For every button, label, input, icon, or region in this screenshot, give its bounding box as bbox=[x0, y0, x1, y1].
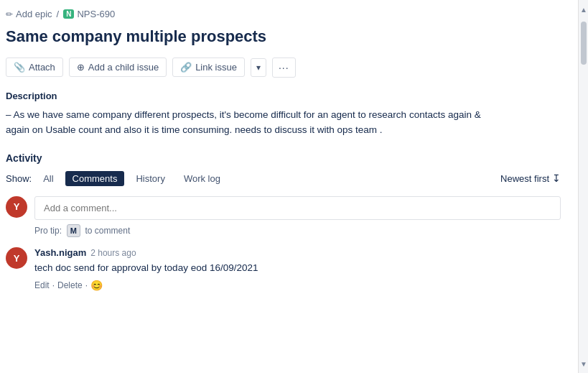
description-section: Description – As we have same company di… bbox=[6, 91, 561, 138]
activity-section: Activity Show: All Comments History Work… bbox=[6, 152, 561, 291]
pro-tip: Pro tip: M to comment bbox=[34, 224, 561, 238]
activity-header: Activity bbox=[6, 152, 561, 164]
comment-meta: Yash.nigam 2 hours ago bbox=[34, 247, 561, 258]
description-label: Description bbox=[6, 91, 561, 101]
link-icon: 🔗 bbox=[180, 62, 192, 73]
filter-worklog-button[interactable]: Work log bbox=[177, 171, 228, 186]
comment-author-avatar: Y bbox=[6, 247, 27, 269]
link-issue-label: Link issue bbox=[195, 62, 237, 73]
add-child-label: Add a child issue bbox=[88, 62, 159, 73]
comment-emoji-button[interactable]: 😊 bbox=[90, 280, 103, 291]
comment-content: Yash.nigam 2 hours ago tech doc send for… bbox=[34, 247, 561, 290]
sort-label: Newest first bbox=[500, 173, 549, 184]
scrollbar: ▲ ▼ bbox=[578, 0, 588, 373]
toolbar-more-button[interactable]: ··· bbox=[272, 57, 296, 78]
attach-label: Attach bbox=[29, 62, 55, 73]
breadcrumb-separator: / bbox=[57, 9, 60, 19]
scroll-up-arrow[interactable]: ▲ bbox=[579, 4, 588, 14]
main-content: ✏ Add epic / N NPS-690 Same company mult… bbox=[0, 0, 578, 373]
issue-badge: N bbox=[63, 9, 74, 19]
add-epic-label: Add epic bbox=[16, 9, 52, 19]
current-user-avatar: Y bbox=[6, 196, 27, 218]
scrollbar-thumb[interactable] bbox=[581, 22, 587, 65]
comment-body: tech doc send for approval by today eod … bbox=[34, 261, 561, 275]
filter-comments-button[interactable]: Comments bbox=[65, 171, 125, 186]
comment-actions: Edit · Delete · 😊 bbox=[34, 280, 561, 291]
add-epic-link[interactable]: ✏ Add epic bbox=[6, 9, 52, 19]
pro-tip-after: to comment bbox=[85, 226, 131, 236]
pro-tip-before: Pro tip: bbox=[34, 226, 62, 236]
newest-first-sort[interactable]: Newest first ↧ bbox=[500, 172, 561, 184]
link-issue-button[interactable]: 🔗 Link issue bbox=[172, 57, 245, 77]
add-child-issue-button[interactable]: ⊕ Add a child issue bbox=[69, 57, 167, 77]
activity-controls: Show: All Comments History Work log Newe… bbox=[6, 171, 561, 186]
comment-edit-button[interactable]: Edit bbox=[34, 280, 50, 290]
comment-dot-1: · bbox=[52, 280, 55, 290]
show-label: Show: bbox=[6, 173, 32, 184]
description-text: – As we have same company different pros… bbox=[6, 107, 561, 138]
attach-icon: 📎 bbox=[14, 62, 25, 73]
comment-input[interactable] bbox=[34, 196, 561, 220]
issue-id-label: NPS-690 bbox=[77, 9, 115, 19]
filter-history-button[interactable]: History bbox=[129, 171, 172, 186]
comment-delete-button[interactable]: Delete bbox=[57, 280, 83, 290]
breadcrumb: ✏ Add epic / N NPS-690 bbox=[6, 9, 561, 19]
attach-button[interactable]: 📎 Attach bbox=[6, 57, 63, 77]
scroll-down-arrow[interactable]: ▼ bbox=[579, 359, 588, 369]
comment-input-row: Y bbox=[6, 196, 561, 220]
child-issue-icon: ⊕ bbox=[77, 62, 85, 73]
comment-dot-2: · bbox=[85, 280, 88, 290]
toolbar: 📎 Attach ⊕ Add a child issue 🔗 Link issu… bbox=[6, 57, 561, 78]
toolbar-dropdown-button[interactable]: ▾ bbox=[251, 58, 266, 77]
comment-time: 2 hours ago bbox=[90, 248, 136, 258]
filter-all-button[interactable]: All bbox=[36, 171, 60, 186]
sort-icon: ↧ bbox=[552, 172, 561, 184]
comment-author-name: Yash.nigam bbox=[34, 247, 86, 258]
comment-entry: Y Yash.nigam 2 hours ago tech doc send f… bbox=[6, 247, 561, 290]
description-line1: – As we have same company different pros… bbox=[6, 107, 561, 123]
pro-tip-key: M bbox=[67, 224, 80, 238]
page-title: Same company multiple prospects bbox=[6, 27, 561, 47]
breadcrumb-issue-link[interactable]: N NPS-690 bbox=[63, 9, 115, 19]
show-filters: Show: All Comments History Work log bbox=[6, 171, 228, 186]
description-line2: again on Usable count and also it is tim… bbox=[6, 122, 561, 138]
pencil-icon: ✏ bbox=[6, 9, 13, 19]
